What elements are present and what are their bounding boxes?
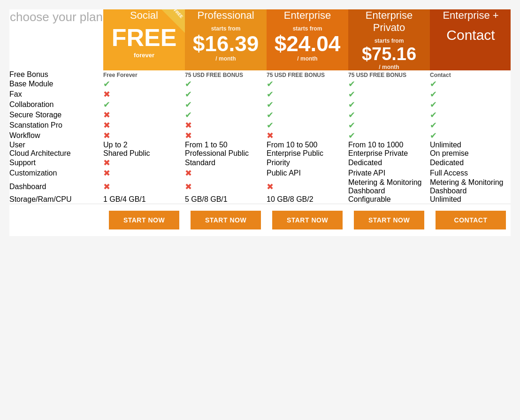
start-now-ep-button[interactable]: START NOW: [354, 211, 424, 229]
feature-row-4: Secure Storage✖✔✔✔✔: [9, 110, 511, 120]
feature-cell-4-1: ✔: [185, 110, 267, 120]
feature-cell-11-2: ✖: [267, 178, 348, 195]
feature-row-5: Scanstation Pro✖✖✔✔✔: [9, 120, 511, 130]
plan-price-professional: $16.39: [185, 33, 267, 54]
feature-row-7: UserUp to 2From 1 to 50From 10 to 500Fro…: [9, 141, 511, 149]
feature-cell-2-4: ✔: [430, 89, 511, 99]
plan-forever-social: forever: [103, 52, 185, 59]
check-yes-icon: ✔: [185, 90, 192, 99]
feature-cell-10-1: ✖: [185, 168, 267, 178]
check-no-icon: ✖: [103, 168, 110, 178]
feature-label-4: Secure Storage: [9, 110, 103, 120]
plan-per-month-enterprise: / month: [267, 55, 348, 62]
check-yes-icon: ✔: [185, 79, 192, 89]
plan-header-professional: Professional starts from $16.39 / month: [185, 9, 267, 70]
feature-label-1: Base Module: [9, 79, 103, 89]
feature-cell-1-4: ✔: [430, 79, 511, 89]
feature-cell-7-1: From 1 to 50: [185, 141, 267, 149]
check-yes-icon: ✔: [348, 110, 355, 120]
check-yes-icon: ✔: [348, 90, 355, 99]
check-yes-icon: ✔: [267, 79, 274, 89]
choose-plan-cell: choose your plan: [9, 9, 103, 70]
feature-cell-10-2: Public API: [267, 168, 348, 178]
feature-cell-7-4: Unlimited: [430, 141, 511, 149]
bold-text-cell-0-3: 75 USD FREE BONUS: [348, 72, 406, 78]
header-row: choose your plan FREE Social FREE foreve…: [9, 9, 511, 70]
feature-cell-4-4: ✔: [430, 110, 511, 120]
button-row-label: [9, 204, 103, 237]
bold-text-cell-0-4: Contact: [430, 72, 451, 78]
feature-cell-5-0: ✖: [103, 120, 185, 130]
check-yes-icon: ✔: [430, 100, 437, 109]
button-cell-0: START NOW: [103, 204, 185, 237]
feature-cell-3-0: ✔: [103, 99, 185, 110]
start-now-social-button[interactable]: START NOW: [109, 211, 179, 229]
start-now-enterprise-button[interactable]: START NOW: [272, 211, 343, 229]
check-no-icon: ✖: [103, 110, 110, 120]
check-yes-icon: ✔: [267, 100, 274, 109]
feature-cell-9-4: Dedicated: [430, 158, 511, 168]
feature-row-8: Cloud ArchitectureShared PublicProfessio…: [9, 149, 511, 158]
feature-cell-5-1: ✖: [185, 120, 267, 130]
feature-row-6: Workflow✖✖✖✔✔: [9, 130, 511, 141]
plan-price-ep: $75.16: [348, 45, 430, 63]
feature-cell-3-4: ✔: [430, 99, 511, 110]
feature-label-5: Scanstation Pro: [9, 120, 103, 130]
feature-cell-1-2: ✔: [267, 79, 348, 89]
contact-eplus-button[interactable]: CONTACT: [436, 211, 506, 229]
bold-text-cell-0-0: Free Forever: [103, 72, 138, 78]
feature-cell-2-2: ✔: [267, 89, 348, 99]
feature-cell-9-2: Priority: [267, 158, 348, 168]
feature-cell-6-3: ✔: [348, 130, 430, 141]
feature-label-8: Cloud Architecture: [9, 149, 103, 158]
feature-cell-5-4: ✔: [430, 120, 511, 130]
plan-name-ep: Enterprise Privato: [348, 9, 430, 34]
feature-cell-1-0: ✔: [103, 79, 185, 89]
feature-row-10: Customization✖✖Public APIPrivate APIFull…: [9, 168, 511, 178]
check-no-icon: ✖: [103, 121, 110, 130]
choose-plan-label: choose your plan: [10, 10, 103, 24]
feature-cell-11-1: ✖: [185, 178, 267, 195]
check-yes-icon: ✔: [430, 110, 437, 120]
button-row: START NOWSTART NOWSTART NOWSTART NOWCONT…: [9, 204, 511, 237]
feature-cell-11-0: ✖: [103, 178, 185, 195]
feature-cell-9-1: Standard: [185, 158, 267, 168]
feature-label-3: Collaboration: [9, 99, 103, 110]
check-no-icon: ✖: [185, 182, 192, 191]
plan-starts-from-professional: starts from: [185, 25, 267, 32]
feature-cell-0-2: 75 USD FREE BONUS: [267, 70, 348, 79]
feature-cell-2-0: ✖: [103, 89, 185, 99]
check-no-icon: ✖: [103, 90, 110, 99]
feature-cell-0-4: Contact: [430, 70, 511, 79]
feature-cell-9-0: ✖: [103, 158, 185, 168]
feature-cell-12-1: 5 GB/8 GB/1: [185, 195, 267, 204]
check-yes-icon: ✔: [430, 90, 437, 99]
check-no-icon: ✖: [185, 168, 192, 178]
feature-cell-0-0: Free Forever: [103, 70, 185, 79]
feature-cell-6-1: ✖: [185, 130, 267, 141]
feature-cell-2-1: ✔: [185, 89, 267, 99]
check-no-icon: ✖: [103, 182, 110, 191]
feature-row-3: Collaboration✔✔✔✔✔: [9, 99, 511, 110]
check-yes-icon: ✔: [430, 121, 437, 130]
feature-cell-3-3: ✔: [348, 99, 430, 110]
feature-cell-8-2: Enterprise Public: [267, 149, 348, 158]
feature-label-0: Free Bonus: [9, 70, 103, 79]
feature-cell-0-3: 75 USD FREE BONUS: [348, 70, 430, 79]
check-yes-icon: ✔: [348, 121, 355, 130]
start-now-professional-button[interactable]: START NOW: [191, 211, 261, 229]
feature-cell-7-3: From 10 to 1000: [348, 141, 430, 149]
check-no-icon: ✖: [267, 131, 274, 140]
feature-label-7: User: [9, 141, 103, 149]
feature-cell-1-3: ✔: [348, 79, 430, 89]
check-yes-icon: ✔: [348, 131, 355, 140]
feature-cell-6-0: ✖: [103, 130, 185, 141]
check-yes-icon: ✔: [103, 100, 110, 109]
feature-cell-1-1: ✔: [185, 79, 267, 89]
feature-cell-11-4: Metering & Monitoring Dashboard: [430, 178, 511, 195]
feature-cell-3-2: ✔: [267, 99, 348, 110]
feature-label-2: Fax: [9, 89, 103, 99]
feature-cell-4-0: ✖: [103, 110, 185, 120]
feature-cell-10-3: Private API: [348, 168, 430, 178]
check-yes-icon: ✔: [348, 79, 355, 89]
